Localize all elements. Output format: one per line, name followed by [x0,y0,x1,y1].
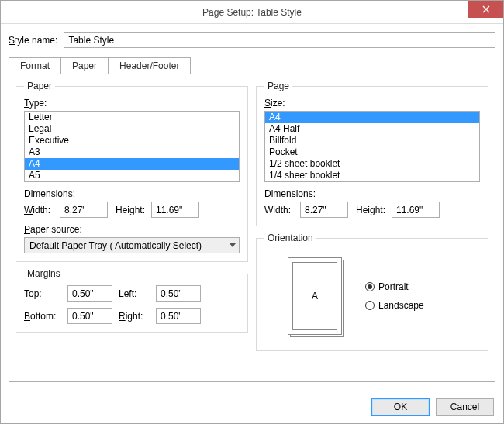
paper-height-input[interactable] [151,202,199,218]
paper-source-select[interactable]: Default Paper Tray ( Automatically Selec… [24,237,240,253]
margin-bottom-label: Bottom: [24,311,61,322]
tab-header-footer[interactable]: Header/Footer [108,57,191,74]
dialog-footer: OK Cancel [1,391,503,423]
orientation-preview: A [288,257,342,335]
window-title: Page Setup: Table Style [202,7,302,18]
tab-panel-paper: Paper Type: LetterLegalExecutiveA3A4A5 D… [9,74,495,382]
ok-button[interactable]: OK [371,398,430,416]
list-item[interactable]: A3 [25,147,239,158]
list-item[interactable]: Legal [25,123,239,135]
page-height-label: Height: [356,205,387,215]
style-name-label: Style name: [9,35,57,46]
tab-strip: Format Paper Header/Footer [9,57,495,74]
margin-right-label: Right: [119,311,150,322]
orientation-preview-letter: A [312,291,318,302]
page-group: Page Size: A4A4 HalfBillfoldPocket1/2 sh… [256,81,488,226]
list-item[interactable]: 1/4 sheet booklet [265,170,479,181]
paper-dimensions-label: Dimensions: [24,188,240,199]
paper-source-label: Paper source: [24,224,240,235]
page-height-input[interactable] [392,202,440,218]
page-dimensions-label: Dimensions: [264,188,480,199]
title-bar: Page Setup: Table Style [1,1,503,24]
page-size-label: Size: [264,98,480,109]
list-item[interactable]: A4 Half [265,123,479,135]
orientation-group: Orientation A Portrait [256,233,488,351]
close-button[interactable] [468,1,503,18]
margins-group: Margins Top: Left: Bottom: Right: [16,268,248,333]
page-size-list[interactable]: A4A4 HalfBillfoldPocket1/2 sheet booklet… [264,111,480,182]
page-width-input[interactable] [300,202,348,218]
list-item[interactable]: A5 [25,170,239,181]
margin-left-label: Left: [119,288,150,299]
margin-left-input[interactable] [156,285,201,302]
chevron-down-icon [230,243,236,247]
orientation-legend: Orientation [264,233,316,243]
list-item[interactable]: Executive [25,135,239,147]
margin-top-input[interactable] [67,285,112,302]
list-item[interactable]: A4 [265,112,479,123]
radio-icon [365,282,375,291]
margin-bottom-input[interactable] [67,308,112,324]
close-icon [482,5,490,13]
tab-format[interactable]: Format [9,57,61,74]
orientation-landscape-radio[interactable]: Landscape [365,300,424,311]
list-item[interactable]: 1/2 sheet booklet [265,158,479,170]
cancel-button[interactable]: Cancel [436,398,494,416]
list-item[interactable]: Billfold [265,135,479,147]
orientation-portrait-label: Portrait [378,281,409,292]
list-item[interactable]: Pocket [265,147,479,158]
style-name-input[interactable] [64,32,495,48]
orientation-landscape-label: Landscape [378,300,424,311]
list-item[interactable]: Letter [25,112,239,123]
radio-icon [365,301,375,310]
tab-paper[interactable]: Paper [60,57,109,74]
page-width-label: Width: [264,205,295,215]
orientation-portrait-radio[interactable]: Portrait [365,281,424,292]
paper-width-input[interactable] [60,202,108,218]
margins-legend: Margins [24,268,64,279]
paper-group: Paper Type: LetterLegalExecutiveA3A4A5 D… [16,81,248,262]
margin-top-label: Top: [24,288,61,299]
paper-type-list[interactable]: LetterLegalExecutiveA3A4A5 [24,111,240,182]
list-item[interactable]: A4 [25,158,239,170]
paper-width-label: Width: [24,205,55,215]
margin-right-input[interactable] [156,308,201,324]
page-legend: Page [264,81,292,91]
paper-legend: Paper [24,81,55,91]
paper-source-value: Default Paper Tray ( Automatically Selec… [29,240,202,251]
paper-type-label: Type: [24,98,240,109]
paper-height-label: Height: [116,205,147,215]
